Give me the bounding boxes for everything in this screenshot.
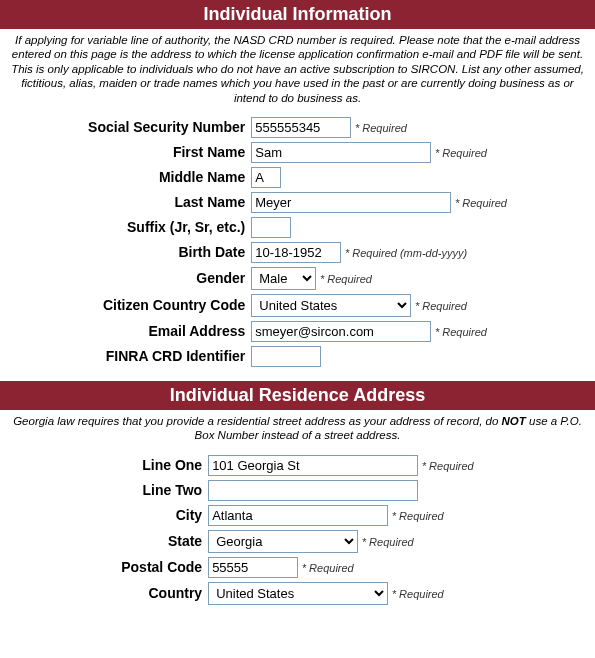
citizen-country-select[interactable]: United States: [251, 294, 411, 317]
birth-date-input[interactable]: [251, 242, 341, 263]
postal-code-input[interactable]: [208, 557, 298, 578]
ssn-label: Social Security Number: [85, 115, 248, 140]
last-name-required: * Required: [455, 197, 507, 209]
state-required: * Required: [362, 536, 414, 548]
line-two-input[interactable]: [208, 480, 418, 501]
line-one-required: * Required: [422, 460, 474, 472]
individual-info-note: If applying for variable line of authori…: [0, 29, 595, 115]
birth-date-label: Birth Date: [85, 240, 248, 265]
email-input[interactable]: [251, 321, 431, 342]
gender-select[interactable]: Male: [251, 267, 316, 290]
gender-required: * Required: [320, 273, 372, 285]
middle-name-input[interactable]: [251, 167, 281, 188]
postal-code-required: * Required: [302, 562, 354, 574]
first-name-required: * Required: [435, 147, 487, 159]
city-required: * Required: [392, 510, 444, 522]
last-name-input[interactable]: [251, 192, 451, 213]
finra-label: FINRA CRD Identifier: [85, 344, 248, 369]
city-label: City: [118, 503, 205, 528]
email-label: Email Address: [85, 319, 248, 344]
line-one-input[interactable]: [208, 455, 418, 476]
last-name-label: Last Name: [85, 190, 248, 215]
residence-address-form: Line One * Required Line Two City * Requ…: [118, 453, 477, 607]
email-required: * Required: [435, 326, 487, 338]
line-one-label: Line One: [118, 453, 205, 478]
state-label: State: [118, 528, 205, 555]
residence-address-note: Georgia law requires that you provide a …: [0, 410, 595, 453]
ssn-input[interactable]: [251, 117, 351, 138]
section-header-residence-address: Individual Residence Address: [0, 381, 595, 410]
line-two-label: Line Two: [118, 478, 205, 503]
individual-info-form: Social Security Number * Required First …: [85, 115, 510, 369]
section-header-individual-info: Individual Information: [0, 0, 595, 29]
ssn-required: * Required: [355, 122, 407, 134]
country-label: Country: [118, 580, 205, 607]
suffix-input[interactable]: [251, 217, 291, 238]
first-name-label: First Name: [85, 140, 248, 165]
first-name-input[interactable]: [251, 142, 431, 163]
gender-label: Gender: [85, 265, 248, 292]
state-select[interactable]: Georgia: [208, 530, 358, 553]
finra-input[interactable]: [251, 346, 321, 367]
suffix-label: Suffix (Jr, Sr, etc.): [85, 215, 248, 240]
middle-name-label: Middle Name: [85, 165, 248, 190]
birth-date-required: * Required (mm-dd-yyyy): [345, 247, 467, 259]
country-required: * Required: [392, 588, 444, 600]
country-select[interactable]: United States: [208, 582, 388, 605]
postal-code-label: Postal Code: [118, 555, 205, 580]
citizen-country-label: Citizen Country Code: [85, 292, 248, 319]
city-input[interactable]: [208, 505, 388, 526]
citizen-country-required: * Required: [415, 300, 467, 312]
